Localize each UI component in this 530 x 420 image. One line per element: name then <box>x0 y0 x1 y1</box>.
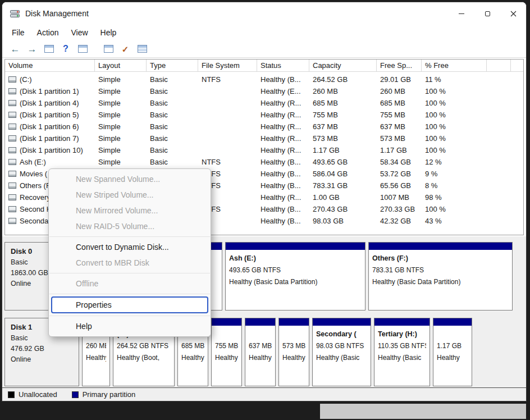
menu-action[interactable]: Action <box>31 28 65 37</box>
partition-color-bar <box>374 318 430 326</box>
cell-layout: Simple <box>95 74 147 85</box>
volume-row[interactable]: Ash (E:)SimpleBasicNTFSHealthy (B...493.… <box>5 156 523 168</box>
menu-item-new-spanned-volume: New Spanned Volume... <box>49 171 211 187</box>
menu-item-new-striped-volume: New Striped Volume... <box>49 187 211 203</box>
cell-volume: (Disk 1 partition 4) <box>5 97 95 109</box>
menu-file[interactable]: File <box>6 28 31 37</box>
cell-type: Basic <box>147 109 198 121</box>
cell-pct: 9 % <box>422 168 487 180</box>
show-console-tree-button[interactable] <box>40 42 57 56</box>
column-header-layout[interactable]: Layout <box>95 60 147 71</box>
volume-row[interactable]: (Disk 1 partition 4)SimpleBasicHealthy (… <box>5 97 523 109</box>
volume-icon <box>8 112 16 118</box>
menu-item-properties[interactable]: Properties <box>51 296 208 313</box>
column-header-pct[interactable]: % Free <box>422 60 487 71</box>
disk-size: 476.92 GB <box>11 345 73 353</box>
column-header-fs[interactable]: File System <box>198 60 257 71</box>
app-icon <box>10 10 20 18</box>
cell-fs <box>198 121 257 133</box>
show-console-tree-icon <box>44 45 54 53</box>
partition-info: 637 MBHealthy ( <box>245 326 275 364</box>
partition-size: 637 MB <box>249 340 272 352</box>
menu-item-help[interactable]: Help <box>49 318 211 334</box>
partition-color-bar <box>212 318 241 326</box>
help-button[interactable]: ? <box>57 42 74 56</box>
legend-item: Unallocated <box>8 390 57 399</box>
cell-layout: Simple <box>95 109 147 121</box>
cell-pct: 43 % <box>422 215 487 227</box>
partition-size: 493.65 GB NTFS <box>229 264 362 276</box>
cell-type: Basic <box>147 144 198 156</box>
menu-item-new-mirrored-volume: New Mirrored Volume... <box>49 203 211 218</box>
minimize-button[interactable] <box>449 2 474 25</box>
menu-item-convert-to-dynamic-disk[interactable]: Convert to Dynamic Disk... <box>49 239 211 255</box>
maximize-button[interactable] <box>474 2 500 25</box>
column-header-status[interactable]: Status <box>257 60 309 71</box>
cell-type: Basic <box>147 121 198 133</box>
volume-icon <box>8 100 16 106</box>
partition[interactable]: 637 MBHealthy ( <box>245 318 276 386</box>
partition[interactable]: 573 MBHealthy ( <box>278 318 309 386</box>
cell-capacity: 573 MB <box>309 133 377 144</box>
partition[interactable]: Secondary (98.03 GB NTFSHealthy (Basic <box>312 318 371 386</box>
refresh-view-button[interactable] <box>100 42 117 56</box>
volume-row[interactable]: (Disk 1 partition 7)SimpleBasicHealthy (… <box>5 133 523 144</box>
volume-name: (Disk 1 partition 5) <box>20 111 79 119</box>
volume-table-header: VolumeLayoutTypeFile SystemStatusCapacit… <box>5 60 523 72</box>
back-icon: ← <box>11 44 20 54</box>
menu-view[interactable]: View <box>65 28 94 37</box>
cell-status: Healthy (R... <box>257 133 309 144</box>
menu-separator <box>49 273 210 273</box>
volume-row[interactable]: (Disk 1 partition 10)SimpleBasicHealthy … <box>5 144 523 156</box>
cell-capacity: 685 MB <box>309 97 377 109</box>
partition-info: Others (F:)783.31 GB NTFSHealthy (Basic … <box>369 250 512 288</box>
details-view-button[interactable] <box>134 42 150 56</box>
menu-help[interactable]: Help <box>94 28 123 37</box>
details-view-icon <box>138 45 147 53</box>
partition-name: Ash (E:) <box>229 253 362 264</box>
cell-free: 1.17 GB <box>377 144 422 156</box>
partition-info: 573 MBHealthy ( <box>279 326 309 364</box>
show-action-pane-button[interactable] <box>74 42 91 56</box>
close-button[interactable] <box>500 2 526 25</box>
cell-capacity: 1.00 GB <box>309 191 377 203</box>
column-header-free[interactable]: Free Sp... <box>377 60 422 71</box>
volume-name: Others (F <box>20 181 51 190</box>
window-controls <box>449 2 526 25</box>
volume-row[interactable]: (Disk 1 partition 5)SimpleBasicHealthy (… <box>5 109 523 121</box>
back-button[interactable]: ← <box>7 42 24 56</box>
forward-button[interactable]: → <box>24 42 40 56</box>
partition-size: 573 MB <box>282 340 305 352</box>
partition-color-bar <box>369 243 512 250</box>
partition[interactable]: 755 MBHealthy ( <box>211 318 242 386</box>
column-header-blank <box>487 60 511 71</box>
cell-layout: Simple <box>95 144 147 156</box>
partition[interactable]: Others (F:)783.31 GB NTFSHealthy (Basic … <box>368 242 513 311</box>
partition[interactable]: Tertiary (H:)110.35 GB NTFSHealthy (Basi… <box>374 318 430 386</box>
cell-capacity: 98.03 GB <box>309 215 377 227</box>
cell-pct: 100 % <box>422 97 487 109</box>
partition-color-bar <box>245 318 275 326</box>
partition-color-bar <box>226 243 365 250</box>
column-header-type[interactable]: Type <box>147 60 198 71</box>
close-icon <box>510 11 517 17</box>
volume-row[interactable]: (Disk 1 partition 6)SimpleBasicHealthy (… <box>5 121 523 133</box>
partition-size: 1.17 GB <box>437 340 468 352</box>
column-header-volume[interactable]: Volume <box>5 60 95 71</box>
volume-row[interactable]: (C:)SimpleBasicNTFSHealthy (B...264.52 G… <box>5 74 523 85</box>
cell-free: 42.32 GB <box>377 215 422 227</box>
show-action-pane-icon <box>78 45 88 53</box>
cell-type: Basic <box>147 74 198 85</box>
partition[interactable]: Ash (E:)493.65 GB NTFSHealthy (Basic Dat… <box>225 242 365 311</box>
cell-pct: 100 % <box>422 133 487 144</box>
cell-layout: Simple <box>95 133 147 144</box>
column-header-capacity[interactable]: Capacity <box>309 60 377 71</box>
cell-free: 685 MB <box>377 97 422 109</box>
volume-row[interactable]: (Disk 1 partition 1)SimpleBasicHealthy (… <box>5 85 523 97</box>
menu-item-new-raid-5-volume: New RAID-5 Volume... <box>49 218 211 234</box>
volume-name: Second H <box>20 205 52 213</box>
volume-icon <box>8 218 16 224</box>
partition[interactable]: 1.17 GBHealthy <box>433 318 472 386</box>
check-disk-button[interactable]: ✓ <box>117 42 134 56</box>
cell-capacity: 260 MB <box>309 85 377 97</box>
